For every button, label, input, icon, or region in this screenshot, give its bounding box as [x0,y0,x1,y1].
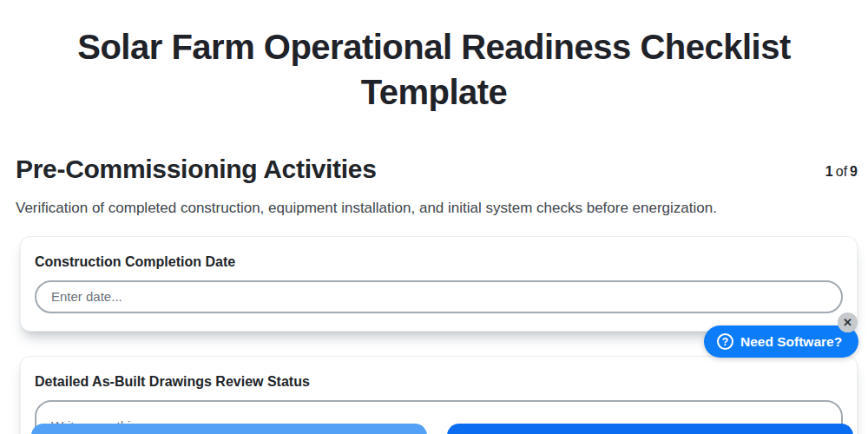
section-heading: Pre-Commissioning Activities [16,153,377,186]
close-icon[interactable]: ✕ [838,312,858,332]
field-label-as-built-drawings-review: Detailed As-Built Drawings Review Status [35,374,843,390]
field-card-construction-completion-date: Construction Completion Date [20,236,858,332]
page-counter-total: 9 [850,164,858,179]
question-circle-icon: ? [717,333,733,350]
page-counter-separator: of [836,164,847,179]
page-title: Solar Farm Operational Readiness Checkli… [21,24,847,115]
field-label-construction-completion-date: Construction Completion Date [35,254,843,270]
page-counter: 1of9 [825,164,858,180]
field-card-as-built-drawings-review: Detailed As-Built Drawings Review Status [20,356,858,434]
checklist-page: Solar Farm Operational Readiness Checkli… [0,24,868,434]
section-header: Pre-Commissioning Activities 1of9 [16,153,858,186]
bottom-right-button[interactable] [447,424,853,434]
need-software-button[interactable]: ? Need Software? [704,326,858,358]
need-software-label: Need Software? [740,334,842,350]
section-description: Verification of completed construction, … [16,200,852,217]
page-counter-current: 1 [825,164,833,179]
construction-completion-date-input[interactable] [35,280,843,313]
bottom-left-button[interactable] [31,424,427,434]
